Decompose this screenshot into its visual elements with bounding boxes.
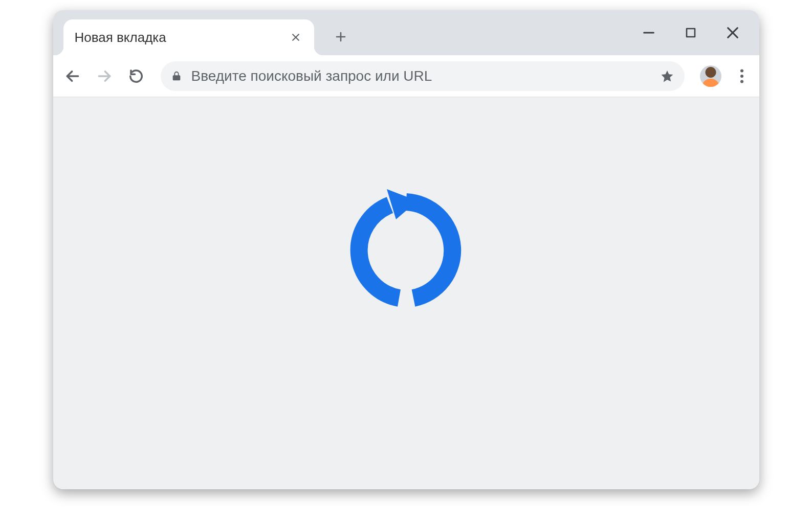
svg-point-10 bbox=[740, 69, 743, 72]
svg-marker-13 bbox=[387, 189, 418, 219]
reload-icon bbox=[128, 69, 144, 84]
browser-window: Новая вкладка bbox=[53, 10, 759, 489]
close-icon bbox=[726, 26, 740, 40]
svg-rect-5 bbox=[687, 29, 695, 37]
svg-point-11 bbox=[740, 74, 743, 77]
arrow-right-icon bbox=[96, 68, 113, 84]
minimize-icon bbox=[642, 26, 656, 40]
star-icon bbox=[660, 69, 674, 83]
arrow-left-icon bbox=[64, 68, 81, 84]
update-restart-graphic bbox=[330, 184, 483, 312]
menu-button[interactable] bbox=[730, 64, 754, 88]
maximize-icon bbox=[685, 27, 697, 39]
plus-icon bbox=[335, 31, 347, 43]
profile-avatar[interactable] bbox=[700, 65, 721, 87]
close-tab-button[interactable] bbox=[289, 30, 303, 44]
new-tab-button[interactable] bbox=[328, 25, 353, 49]
reload-button[interactable] bbox=[122, 62, 150, 90]
tab-title: Новая вкладка bbox=[75, 30, 289, 46]
lock-icon bbox=[171, 71, 182, 82]
restart-arrow-icon bbox=[330, 181, 483, 314]
minimize-button[interactable] bbox=[638, 21, 660, 44]
tab-new-tab[interactable]: Новая вкладка bbox=[63, 19, 314, 55]
address-input[interactable] bbox=[191, 68, 651, 84]
back-button[interactable] bbox=[58, 62, 87, 90]
kebab-menu-icon bbox=[740, 69, 744, 83]
forward-button[interactable] bbox=[90, 62, 119, 90]
omnibox[interactable] bbox=[161, 61, 685, 91]
close-icon bbox=[291, 32, 301, 42]
page-content bbox=[53, 97, 759, 489]
maximize-button[interactable] bbox=[679, 21, 702, 44]
close-window-button[interactable] bbox=[721, 21, 744, 44]
toolbar bbox=[53, 55, 759, 97]
window-controls bbox=[638, 10, 754, 55]
tab-strip: Новая вкладка bbox=[53, 10, 759, 55]
bookmark-button[interactable] bbox=[660, 69, 674, 83]
svg-point-12 bbox=[740, 80, 743, 83]
